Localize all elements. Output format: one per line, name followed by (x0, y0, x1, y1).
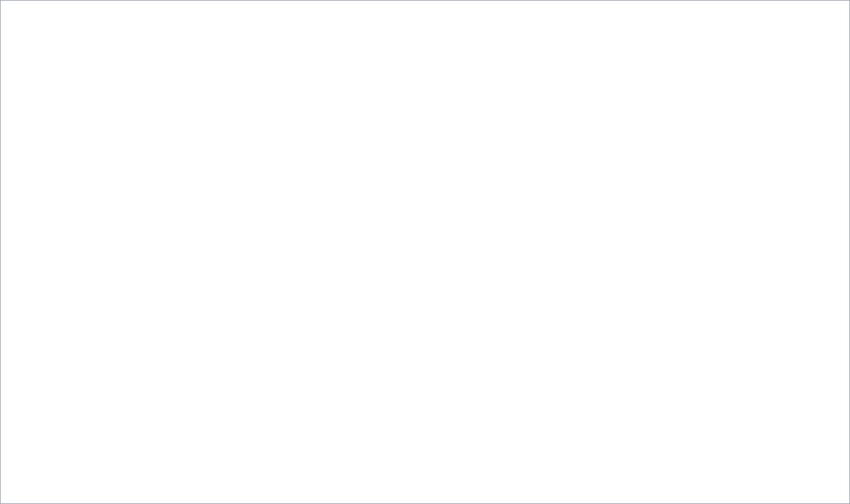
chart-window (0, 0, 850, 504)
chart-canvas[interactable] (1, 1, 850, 504)
